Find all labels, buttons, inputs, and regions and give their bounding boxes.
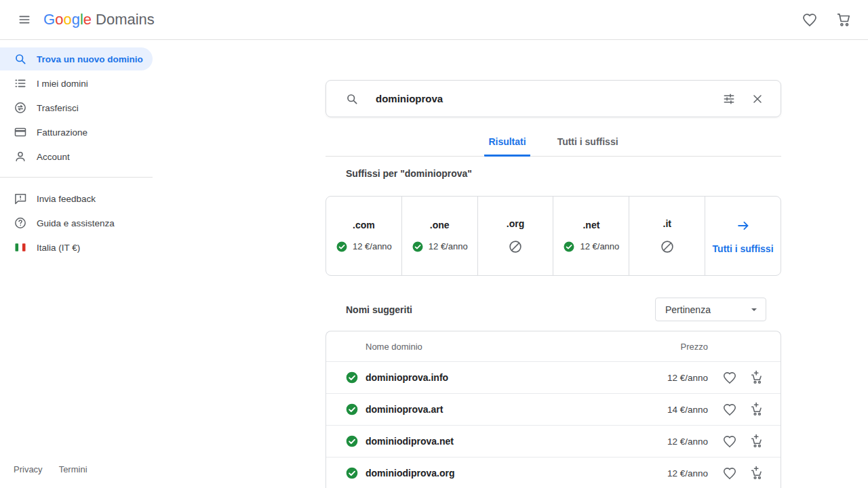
unavailable-icon bbox=[508, 239, 523, 254]
italy-flag-icon bbox=[14, 241, 27, 254]
tld-name: .it bbox=[663, 218, 671, 229]
tld-card-com[interactable]: .com 12 €/anno bbox=[326, 197, 402, 275]
available-check-icon bbox=[345, 466, 359, 480]
column-header-domain: Nome dominio bbox=[366, 342, 647, 352]
add-to-cart-icon[interactable] bbox=[749, 402, 764, 417]
sidebar-item-label: Guida e assistenza bbox=[37, 218, 115, 228]
add-to-cart-icon[interactable] bbox=[749, 370, 764, 385]
column-header-price: Prezzo bbox=[647, 342, 708, 352]
arrow-right-icon bbox=[736, 218, 751, 233]
sidebar-item-account[interactable]: Account bbox=[0, 145, 153, 168]
favorite-heart-icon[interactable] bbox=[722, 402, 737, 417]
terms-link[interactable]: Termini bbox=[59, 464, 87, 474]
clear-search-icon[interactable] bbox=[751, 92, 764, 106]
sidebar-item-label: Italia (IT €) bbox=[37, 243, 80, 253]
transfer-icon bbox=[14, 101, 27, 115]
sidebar-item-billing[interactable]: Fatturazione bbox=[0, 121, 153, 144]
all-suffixes-card[interactable]: Tutti i suffissi bbox=[705, 197, 781, 275]
cart-icon[interactable] bbox=[835, 12, 852, 28]
domain-price: 12 €/anno bbox=[647, 373, 708, 383]
tld-price: 12 €/anno bbox=[353, 241, 392, 251]
sidebar-item-transfer[interactable]: Trasferisci bbox=[0, 96, 153, 119]
available-check-icon bbox=[345, 434, 359, 448]
table-row[interactable]: dominioprova.info 12 €/anno bbox=[326, 361, 781, 393]
sidebar-item-find-domain[interactable]: Trova un nuovo dominio bbox=[0, 47, 153, 70]
tld-name: .com bbox=[353, 220, 375, 230]
domain-name: dominiodiprova.net bbox=[366, 436, 647, 447]
sidebar: Trova un nuovo dominio I miei domini Tra… bbox=[0, 40, 153, 488]
available-check-icon bbox=[563, 241, 575, 253]
unavailable-icon bbox=[660, 239, 675, 254]
available-check-icon bbox=[336, 241, 348, 253]
chevron-down-icon bbox=[751, 306, 757, 313]
domain-name: dominiodiprova.org bbox=[366, 468, 647, 479]
search-icon bbox=[14, 52, 27, 66]
person-icon bbox=[14, 150, 27, 163]
sidebar-divider bbox=[0, 177, 153, 178]
available-check-icon bbox=[412, 241, 424, 253]
tld-name: .org bbox=[507, 218, 524, 229]
list-icon bbox=[14, 77, 27, 90]
sidebar-item-label: Trova un nuovo dominio bbox=[37, 54, 143, 64]
domain-search-box bbox=[326, 80, 781, 117]
tld-name: .one bbox=[430, 220, 450, 230]
menu-icon[interactable] bbox=[11, 6, 38, 33]
sidebar-item-my-domains[interactable]: I miei domini bbox=[0, 72, 153, 95]
domain-price: 14 €/anno bbox=[647, 405, 708, 415]
filter-tune-icon[interactable] bbox=[722, 92, 736, 106]
tld-card-row: .com 12 €/anno .one 12 €/anno bbox=[326, 196, 781, 276]
search-icon bbox=[345, 92, 359, 106]
tab-all-suffixes[interactable]: Tutti i suffissi bbox=[553, 132, 623, 157]
all-suffixes-link: Tutti i suffissi bbox=[713, 243, 774, 254]
favorite-heart-icon[interactable] bbox=[722, 370, 737, 385]
logo-letter: G bbox=[43, 11, 55, 28]
sidebar-item-locale[interactable]: Italia (IT €) bbox=[0, 236, 153, 259]
table-row[interactable]: dominiodiprova.org 12 €/anno bbox=[326, 457, 781, 488]
sidebar-item-label: Fatturazione bbox=[37, 127, 87, 138]
feedback-icon bbox=[14, 192, 27, 205]
sidebar-item-label: Invia feedback bbox=[37, 194, 96, 204]
logo-letter: o bbox=[55, 11, 63, 28]
tld-card-one[interactable]: .one 12 €/anno bbox=[402, 197, 478, 275]
suffixes-section-title: Suffissi per "dominioprova" bbox=[346, 168, 781, 179]
logo-letter: o bbox=[63, 11, 71, 28]
sidebar-item-label: Trasferisci bbox=[37, 103, 79, 113]
sidebar-item-send-feedback[interactable]: Invia feedback bbox=[0, 187, 153, 210]
check-column-spacer bbox=[345, 340, 359, 353]
table-row[interactable]: dominiodiprova.net 12 €/anno bbox=[326, 425, 781, 457]
favorite-heart-icon[interactable] bbox=[722, 434, 737, 449]
suggested-domains-table: Nome dominio Prezzo dominioprova.info 12… bbox=[326, 331, 781, 488]
app-header: Google Domains bbox=[0, 0, 868, 40]
domain-name: dominioprova.info bbox=[366, 372, 647, 383]
tld-name: .net bbox=[583, 220, 599, 230]
sort-by-value: Pertinenza bbox=[665, 304, 711, 315]
domain-price: 12 €/anno bbox=[647, 436, 708, 447]
logo-product-name: Domains bbox=[96, 11, 155, 28]
logo-letter: e bbox=[83, 11, 92, 28]
tld-card-it[interactable]: .it bbox=[629, 197, 705, 275]
help-icon bbox=[14, 216, 27, 230]
privacy-link[interactable]: Privacy bbox=[14, 464, 43, 474]
google-domains-logo[interactable]: Google Domains bbox=[43, 11, 155, 28]
main-content: Risultati Tutti i suffissi Suffissi per … bbox=[153, 40, 868, 488]
tld-card-org[interactable]: .org bbox=[478, 197, 554, 275]
tld-price: 12 €/anno bbox=[429, 241, 468, 251]
table-header-row: Nome dominio Prezzo bbox=[326, 331, 781, 361]
domain-price: 12 €/anno bbox=[647, 468, 708, 479]
tab-results[interactable]: Risultati bbox=[484, 132, 530, 157]
available-check-icon bbox=[345, 403, 359, 416]
domain-name: dominioprova.art bbox=[366, 404, 647, 415]
favorite-heart-icon[interactable] bbox=[722, 466, 737, 481]
favorites-heart-icon[interactable] bbox=[802, 12, 818, 28]
add-to-cart-icon[interactable] bbox=[749, 466, 764, 481]
results-tab-bar: Risultati Tutti i suffissi bbox=[326, 132, 781, 157]
sidebar-item-label: Account bbox=[37, 152, 70, 162]
domain-search-input[interactable] bbox=[376, 93, 707, 104]
available-check-icon bbox=[345, 371, 359, 384]
table-row[interactable]: dominioprova.art 14 €/anno bbox=[326, 393, 781, 425]
sidebar-item-label: I miei domini bbox=[37, 79, 88, 89]
tld-card-net[interactable]: .net 12 €/anno bbox=[553, 197, 629, 275]
sort-by-dropdown[interactable]: Pertinenza bbox=[655, 298, 766, 321]
add-to-cart-icon[interactable] bbox=[749, 434, 764, 449]
sidebar-item-help[interactable]: Guida e assistenza bbox=[0, 211, 153, 235]
